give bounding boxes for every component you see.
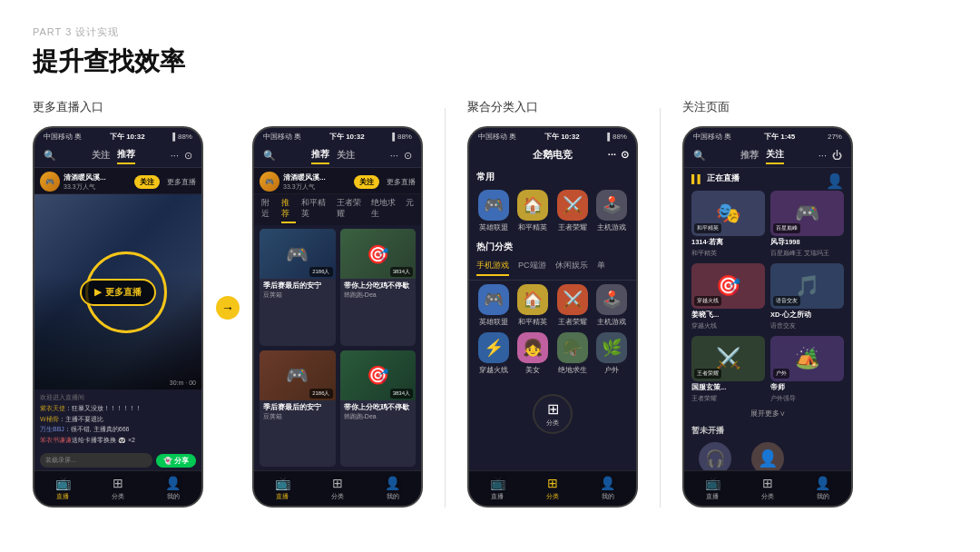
live-sub-4: 王者荣耀 [691, 394, 765, 403]
input-placeholder[interactable]: 装载录屏... [40, 453, 152, 468]
subtab-nearby[interactable]: 附近 [261, 196, 276, 223]
hot-item-outdoor[interactable]: 🌿 户外 [595, 332, 630, 375]
profile-label2: 我的 [387, 492, 399, 501]
profile-icon-top[interactable]: 👤 [826, 172, 844, 190]
cat-more-icon[interactable]: ··· [608, 149, 616, 161]
expand-button[interactable]: 展开更多∨ [684, 407, 851, 421]
live-thumb-0: 🎭 和平精英 [691, 191, 765, 236]
streamer-fans2: 33.3万人气 [283, 182, 350, 192]
offline-card-0[interactable]: 🎧 DJ 瑞秋 上次直播 07-16 01:10 [691, 442, 739, 470]
nav-tab-follow[interactable]: 关注 [92, 147, 110, 163]
more-icon[interactable]: ··· [171, 150, 179, 161]
section-category: 聚合分类入口 中国移动 奥 下午 10:32 ▌88% 企鹅电竞 ··· ⊙ [467, 99, 638, 508]
streamer-name: 清酒暖风溪... [64, 172, 131, 182]
live-card-0[interactable]: 🎭 和平精英 1314·若离 和平精英 [691, 191, 765, 258]
cat-icon-peace: 🏠 [517, 190, 548, 221]
bottom-nav4-profile[interactable]: 👤 我的 [815, 476, 830, 501]
fab-container: ⊞ 分类 [469, 379, 636, 470]
nav-tab-rec4[interactable]: 推荐 [740, 147, 759, 163]
live-grid: 🎭 和平精英 1314·若离 和平精英 🎮 百星巅峰 风导1998 [684, 187, 851, 407]
broadcast-icon[interactable]: ⊙ [184, 150, 192, 162]
sub-tabs: 附近 推荐 和平精英 王者荣耀 绝地求生 元 [254, 194, 421, 225]
search-icon4[interactable]: 🔍 [693, 150, 706, 162]
share-button[interactable]: 👻 分享 [156, 454, 196, 468]
stream-emoji-1: 🎯 [367, 243, 389, 265]
bottom-nav2-profile[interactable]: 👤 我的 [385, 476, 400, 501]
more-live-badge[interactable]: ▶ 更多直播 [80, 279, 156, 306]
subtab-wangzhe[interactable]: 王者荣耀 [337, 196, 366, 223]
live-card-1[interactable]: 🎮 百星巅峰 风导1998 百星巅峰王 艾瑞玛王 [770, 191, 844, 258]
bottom-nav-live[interactable]: 📺 直播 [55, 476, 71, 501]
subtab-heping[interactable]: 和平精英 [301, 196, 330, 223]
nav-tab-follow4[interactable]: 关注 [766, 146, 784, 164]
subtab-more[interactable]: 元 [406, 196, 414, 223]
hot-item-lol[interactable]: 🎮 英雄联盟 [476, 284, 511, 327]
live-card-2[interactable]: 🎯 穿越火线 姜晓飞... 穿越火线 [691, 263, 765, 330]
bottom-nav2-live[interactable]: 📺 直播 [275, 476, 290, 501]
hot-item-console[interactable]: 🕹️ 主机游戏 [595, 284, 630, 327]
live-sub-3: 语音交友 [770, 321, 844, 330]
nav-tab-follow2[interactable]: 关注 [337, 147, 355, 163]
follow-button[interactable]: 关注 [134, 175, 160, 189]
arrow-right: → [216, 296, 240, 320]
section-divider-2 [660, 108, 661, 508]
hot-label-wzry: 王者荣耀 [558, 318, 587, 327]
stream-streamer-1: 韩跑跑-Dea [344, 291, 413, 300]
section-more-live: 更多直播入口 中国移动 奥 下午 10:32 ▌88% 🔍 关注 推荐 [33, 99, 423, 508]
arrow-connector: → [214, 296, 241, 320]
profile-label4: 我的 [817, 492, 829, 501]
broadcast-icon2[interactable]: ⊙ [404, 150, 412, 162]
bottom-nav-profile[interactable]: 👤 我的 [165, 476, 181, 501]
subtab-recommend[interactable]: 推荐 [281, 196, 296, 223]
more-icon2[interactable]: ··· [390, 150, 398, 161]
cat-tab-mobile[interactable]: 手机游戏 [476, 260, 509, 276]
category-icon: ⊞ [113, 476, 123, 490]
search-icon2[interactable]: 🔍 [263, 150, 276, 162]
hot-item-beauty[interactable]: 👧 美女 [516, 332, 551, 375]
cat-tab-leisure[interactable]: 休闲娱乐 [555, 260, 588, 276]
bottom-nav3-live[interactable]: 📺 直播 [490, 476, 505, 501]
cat-title-bar: 企鹅电竞 ··· ⊙ [469, 143, 636, 166]
cat-tab-single[interactable]: 单 [597, 260, 605, 276]
nav-tab-recommend[interactable]: 推荐 [117, 146, 135, 164]
time2: 下午 10:32 [329, 132, 365, 142]
live-icon: 📺 [55, 476, 71, 490]
offline-card-1[interactable]: 👤 了次 oi 钻... [744, 442, 791, 470]
cat-item-wzry[interactable]: ⚔️ 王者荣耀 [555, 190, 590, 232]
live-card-3[interactable]: 🎵 语音交友 XD·心之所动 语音交友 [770, 263, 844, 330]
live-label4: 直播 [706, 492, 719, 501]
bottom-nav3-category[interactable]: ⊞ 分类 [546, 476, 559, 501]
bottom-nav4-live[interactable]: 📺 直播 [705, 476, 720, 501]
cat-item-peace[interactable]: 🏠 和平精英 [516, 190, 551, 232]
phone1-bottom-nav: 📺 直播 ⊞ 分类 👤 我的 [34, 470, 201, 506]
live-card-5[interactable]: 🏕️ 户外 帝师 户外强导 [770, 336, 844, 403]
hot-item-wzry[interactable]: ⚔️ 王者荣耀 [555, 284, 590, 327]
bottom-nav4-category[interactable]: ⊞ 分类 [761, 476, 774, 501]
subtab-juedu[interactable]: 绝地求生 [371, 196, 400, 223]
follow-button2[interactable]: 关注 [354, 175, 379, 189]
nav-tab-recommend2[interactable]: 推荐 [311, 146, 329, 164]
bottom-nav2-category[interactable]: ⊞ 分类 [331, 476, 344, 501]
cat-label-peace: 和平精英 [518, 223, 547, 232]
bottom-nav-category[interactable]: ⊞ 分类 [112, 476, 124, 501]
stream-content: 30:m · 00 [34, 376, 201, 389]
streamer-row2: 🎮 清酒暖风溪... 33.3万人气 关注 更多直播 [254, 168, 421, 194]
cat-item-console[interactable]: 🕹️ 主机游戏 [595, 190, 630, 232]
category-fab[interactable]: ⊞ 分类 [533, 394, 573, 434]
more-icon4[interactable]: ··· [818, 150, 827, 161]
bottom-nav3-profile[interactable]: 👤 我的 [600, 476, 615, 501]
fab-icon: ⊞ [547, 400, 559, 418]
stream-streamer-0: 豆荚箱 [263, 291, 332, 300]
hot-item-cyhx[interactable]: ⚡ 穿越火线 [476, 332, 511, 375]
section2-title: 聚合分类入口 [467, 99, 638, 115]
stream-thumb-1: 🎯 3834人 [340, 229, 416, 279]
hot-item-pubg[interactable]: 🪖 绝地求生 [555, 332, 590, 375]
part-label: PART 3 设计实现 [33, 25, 947, 39]
hot-item-peace[interactable]: 🏠 和平精英 [516, 284, 551, 327]
power-icon[interactable]: ⏻ [832, 150, 842, 161]
search-icon[interactable]: 🔍 [44, 150, 56, 162]
live-card-4[interactable]: ⚔️ 王者荣耀 国服玄策... 王者荣耀 [691, 336, 765, 403]
cat-item-lol[interactable]: 🎮 英雄联盟 [476, 190, 511, 232]
cat-broadcast-icon[interactable]: ⊙ [621, 149, 629, 161]
cat-tab-pc[interactable]: PC端游 [518, 260, 546, 276]
